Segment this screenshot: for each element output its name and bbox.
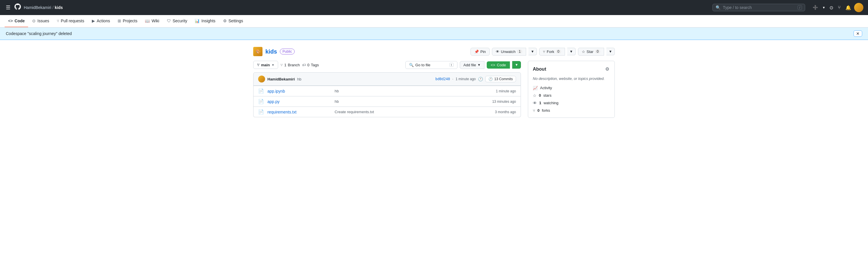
go-to-file-button[interactable]: 🔍 Go to file t — [405, 61, 458, 69]
pull-requests-button[interactable]: ⑂ — [836, 3, 842, 12]
new-dropdown-button[interactable]: ▼ — [821, 5, 827, 10]
stars-count: 0 — [539, 93, 541, 98]
fork-button[interactable]: ⑂ Fork 0 — [539, 48, 565, 56]
file-row: 📄 app.ipynb hb 1 minute ago — [253, 86, 521, 96]
tab-wiki[interactable]: 📖 Wiki — [142, 15, 162, 27]
branch-count-label: Branch — [288, 63, 300, 67]
tab-projects[interactable]: ⊞ Projects — [114, 15, 141, 27]
repo-avatar: 🎨 — [253, 47, 262, 56]
file-row: 📄 requirements.txt Create requirements.t… — [253, 106, 521, 117]
file-browser-area: ⑂ main ▼ ⑂ 1 Branch 🏷 0 Tags — [253, 61, 521, 117]
commit-info-row: HamidBekamiri hb bd0d240 · 1 minute ago … — [253, 72, 521, 86]
tab-settings-label: Settings — [228, 19, 243, 23]
hamburger-button[interactable]: ☰ — [5, 3, 11, 12]
forks-label: forks — [542, 108, 550, 113]
unwatch-button[interactable]: 👁 Unwatch 1 — [492, 48, 526, 56]
tab-actions[interactable]: ▶ Actions — [88, 15, 114, 27]
commit-dot: · — [452, 77, 453, 81]
search-box[interactable]: 🔍 Type / to search / — [712, 4, 805, 11]
tab-projects-label: Projects — [123, 19, 137, 23]
repo-link[interactable]: kids — [55, 5, 63, 10]
file-name[interactable]: app.ipynb — [268, 89, 331, 94]
file-time: 13 minutes ago — [492, 100, 516, 104]
clock-icon: 🕐 — [478, 77, 483, 81]
tab-security-label: Security — [173, 19, 187, 23]
tag-icon: 🏷 — [302, 63, 306, 67]
github-logo-icon — [14, 3, 22, 11]
branch-count-link[interactable]: ⑂ 1 Branch — [280, 63, 300, 67]
sidebar: About ⚙ No description, website, or topi… — [528, 61, 615, 118]
commit-sha[interactable]: bd0d240 — [435, 77, 450, 81]
notifications-button[interactable]: 🔔 — [844, 3, 853, 12]
branch-icon: ⑂ — [257, 63, 259, 67]
search-shortcut: / — [798, 5, 802, 10]
tab-insights[interactable]: 📊 Insights — [191, 15, 219, 27]
star-dropdown-button[interactable]: ▼ — [607, 48, 615, 55]
branch-bar: ⑂ main ▼ ⑂ 1 Branch 🏷 0 Tags — [253, 61, 521, 69]
tab-wiki-label: Wiki — [152, 19, 159, 23]
tab-security[interactable]: 🛡 Security — [163, 15, 191, 27]
tab-issues[interactable]: ⊙ Issues — [29, 15, 53, 27]
add-file-label: Add file — [464, 63, 476, 67]
avatar[interactable] — [854, 3, 863, 12]
watching-count: 1 — [539, 101, 541, 105]
top-nav-actions: ➕ ▼ ⊙ ⑂ 🔔 — [811, 3, 863, 12]
activity-icon: 📈 — [533, 86, 538, 90]
tab-settings[interactable]: ⚙ Settings — [220, 15, 247, 27]
banner-close-button[interactable]: ✕ — [854, 30, 862, 37]
wiki-icon: 📖 — [145, 19, 150, 23]
repo-title[interactable]: kids — [266, 48, 277, 55]
branch-bar-right: 🔍 Go to file t Add file ▼ ▼ <> Code — [405, 61, 521, 69]
pin-button[interactable]: 📌 Pin — [470, 48, 490, 56]
new-button[interactable]: ➕ — [811, 3, 820, 12]
unwatch-count: 1 — [517, 49, 522, 54]
owner-link[interactable]: HamidBekamiri — [24, 5, 51, 10]
unwatch-dropdown-button[interactable]: ▼ — [528, 48, 537, 55]
repo-header-row: 🎨 kids Public 📌 Pin 👁 Unwatch 1 ▼ ⑂ Fork… — [253, 47, 615, 56]
file-commit-msg[interactable]: hb — [335, 99, 489, 104]
main-content: 🎨 kids Public 📌 Pin 👁 Unwatch 1 ▼ ⑂ Fork… — [249, 40, 619, 125]
watch-icon: 👁 — [533, 101, 537, 105]
tab-code[interactable]: <> Code — [5, 15, 28, 27]
code-button[interactable]: <> Code — [487, 61, 510, 69]
file-commit-msg[interactable]: hb — [335, 89, 493, 93]
commits-icon: 🕐 — [489, 77, 493, 81]
code-icon-btn: <> — [491, 63, 495, 67]
file-table: 📄 app.ipynb hb 1 minute ago 📄 app.py hb … — [253, 86, 521, 117]
pr-icon: ⑂ — [57, 19, 59, 23]
file-time: 1 minute ago — [496, 89, 516, 93]
content-area: ⑂ main ▼ ⑂ 1 Branch 🏷 0 Tags — [253, 61, 615, 118]
tab-pull-requests[interactable]: ⑂ Pull requests — [53, 15, 88, 27]
search-icon: 🔍 — [716, 5, 720, 10]
graph-icon: 📊 — [195, 19, 199, 23]
tab-code-label: Code — [14, 19, 25, 23]
about-gear-button[interactable]: ⚙ — [604, 66, 610, 72]
forks-link[interactable]: ⑂ 0 forks — [533, 108, 610, 113]
issues-button[interactable]: ⊙ — [828, 3, 835, 12]
code-dropdown-button[interactable]: ▼ — [512, 61, 521, 69]
branch-count-icon: ⑂ — [280, 63, 283, 67]
fork-dropdown-button[interactable]: ▼ — [567, 48, 576, 55]
activity-link[interactable]: 📈 Activity — [533, 86, 610, 90]
file-name[interactable]: app.py — [268, 99, 331, 104]
watching-link[interactable]: 👁 1 watching — [533, 101, 610, 105]
repo-nav: <> Code ⊙ Issues ⑂ Pull requests ▶ Actio… — [0, 15, 868, 28]
code-button-label: Code — [497, 63, 506, 67]
star-count: 0 — [595, 49, 600, 54]
about-header: About ⚙ — [533, 66, 610, 72]
tag-count-link[interactable]: 🏷 0 Tags — [302, 63, 319, 67]
actions-icon: ▶ — [92, 19, 95, 23]
file-name[interactable]: requirements.txt — [268, 110, 331, 114]
commit-avatar — [258, 75, 265, 82]
tab-actions-label: Actions — [97, 19, 110, 23]
file-commit-msg[interactable]: Create requirements.txt — [335, 110, 491, 114]
add-file-button[interactable]: Add file ▼ — [460, 61, 485, 69]
file-icon: 📄 — [258, 109, 264, 115]
tab-issues-label: Issues — [37, 19, 49, 23]
commit-username[interactable]: HamidBekamiri — [268, 77, 295, 81]
commits-count-button[interactable]: 🕐 13 Commits — [485, 76, 516, 82]
pin-icon: 📌 — [474, 49, 479, 54]
branch-select-button[interactable]: ⑂ main ▼ — [253, 61, 278, 69]
star-button[interactable]: ☆ Star 0 — [578, 48, 604, 56]
stars-link[interactable]: ☆ 0 stars — [533, 93, 610, 98]
